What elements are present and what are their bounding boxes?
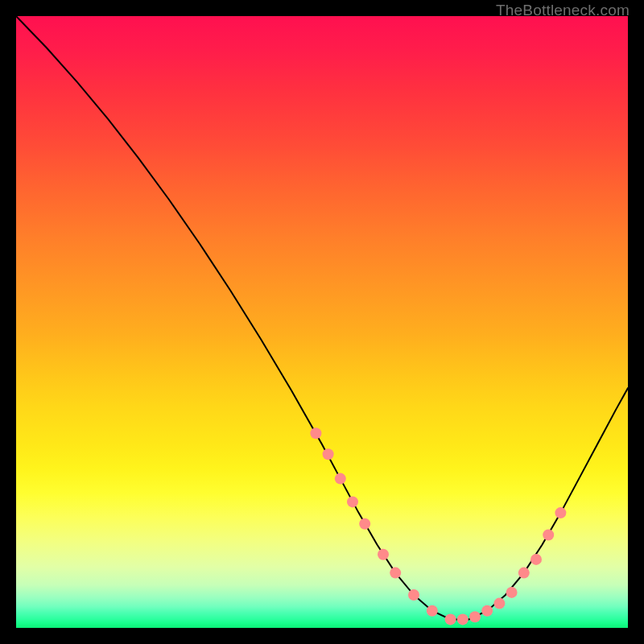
highlight-dot xyxy=(518,568,530,579)
highlight-dot xyxy=(347,496,358,507)
highlight-dot xyxy=(555,507,566,518)
highlight-dot xyxy=(310,427,321,439)
highlight-dot xyxy=(493,598,505,609)
highlight-dot xyxy=(390,568,401,579)
highlight-dot xyxy=(378,549,389,560)
highlight-dot xyxy=(530,554,542,565)
highlight-dot xyxy=(506,587,518,598)
highlight-dot xyxy=(481,605,493,617)
highlight-dot xyxy=(408,589,419,601)
plot-area xyxy=(16,16,628,628)
chart-svg xyxy=(16,16,628,628)
highlight-dot xyxy=(427,605,438,617)
highlight-dot xyxy=(457,613,469,625)
highlight-dot xyxy=(323,448,334,460)
bottleneck-curve xyxy=(16,16,628,619)
chart-stage: TheBottleneck.com xyxy=(0,0,644,644)
highlight-dot xyxy=(359,518,370,530)
highlight-dot xyxy=(469,611,481,622)
highlight-dot xyxy=(543,530,554,541)
highlight-dot xyxy=(335,473,346,485)
highlight-dots xyxy=(310,427,566,625)
highlight-dot xyxy=(445,613,456,625)
